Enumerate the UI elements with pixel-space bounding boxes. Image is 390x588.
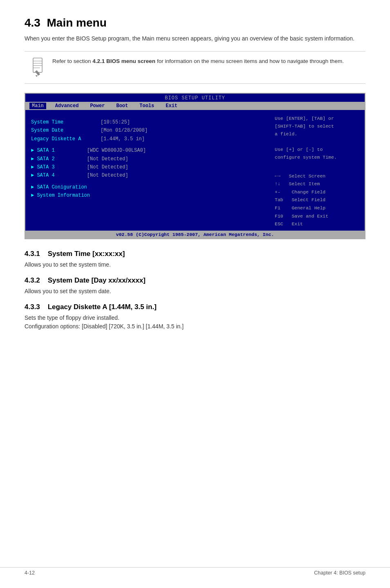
bios-menu-tools[interactable]: Tools: [137, 103, 157, 109]
bios-row-legacy: Legacy Diskette A [1.44M, 3.5 in]: [31, 135, 267, 143]
bios-label-sata3: ► SATA 3: [31, 163, 87, 171]
bios-row-sata2: ► SATA 2 [Not Detected]: [31, 155, 267, 163]
subsection-4-3-1-title: 4.3.1 System Time [xx:xx:xx]: [25, 250, 365, 258]
bios-label-legacy: Legacy Diskette A: [31, 135, 101, 143]
bios-value-sata4: [Not Detected]: [87, 171, 128, 180]
bios-footer: v02.58 (C)Copyright 1985-2007, American …: [25, 231, 365, 238]
bios-row-system-time: System Time [10:55:25]: [31, 118, 267, 126]
bios-value-sata1: [WDC WD800JD-00LSA0]: [87, 146, 146, 155]
subsection-4-3-1-body: Allows you to set the system time.: [25, 260, 365, 269]
bios-menubar: Main Advanced Power Boot Tools Exit: [25, 102, 365, 110]
subsection-4-3-2-body: Allows you to set the system date.: [25, 287, 365, 296]
bios-title: BIOS SETUP UTILITY: [25, 94, 365, 102]
bios-link-sata-config[interactable]: ► SATA Coniguration: [31, 183, 87, 191]
bios-label-system-date: System Date: [31, 126, 101, 135]
bios-menu-advanced[interactable]: Advanced: [53, 103, 81, 109]
bios-menu-main[interactable]: Main: [29, 103, 46, 109]
bios-menu-exit[interactable]: Exit: [163, 103, 180, 109]
bios-row-sata4: ► SATA 4 [Not Detected]: [31, 171, 267, 180]
bios-link-sys-info[interactable]: ► System Information: [31, 191, 90, 200]
bios-value-system-date: [Mon 01/28/2008]: [101, 126, 148, 135]
subsection-4-3-3: 4.3.3 Legacy Diskette A [1.44M, 3.5 in.]…: [25, 303, 365, 331]
bios-body: System Time [10:55:25] System Date [Mon …: [25, 110, 365, 231]
subsection-4-3-3-title: 4.3.3 Legacy Diskette A [1.44M, 3.5 in.]: [25, 303, 365, 311]
bios-help-text: Use [ENTER], [TAB] or [SHIFT-TAB] to sel…: [275, 115, 361, 162]
bios-label-system-time: System Time: [31, 118, 101, 126]
chapter-label: Chapter 4: BIOS setup: [314, 570, 365, 576]
page-title: 4.3 Main menu: [25, 16, 365, 29]
subsection-4-3-2: 4.3.2 System Date [Day xx/xx/xxxx] Allow…: [25, 276, 365, 296]
note-text: Refer to section 4.2.1 BIOS menu screen …: [52, 57, 344, 66]
bios-label-sata2: ► SATA 2: [31, 155, 87, 163]
bios-value-system-time: [10:55:25]: [101, 118, 130, 126]
bios-menu-power[interactable]: Power: [87, 103, 107, 109]
bios-right-panel: Use [ENTER], [TAB] or [SHIFT-TAB] to sel…: [271, 112, 365, 231]
bios-value-sata3: [Not Detected]: [87, 163, 128, 171]
subsection-4-3-3-body-line2: Configuration options: [Disabled] [720K,…: [25, 322, 365, 331]
bios-label-sata4: ► SATA 4: [31, 171, 87, 180]
subsection-4-3-3-body-line1: Sets the type of floppy drive installed.: [25, 314, 365, 322]
bios-row-sys-info: ► System Information: [31, 191, 267, 200]
bios-row-sata3: ► SATA 3 [Not Detected]: [31, 163, 267, 171]
bios-screen: BIOS SETUP UTILITY Main Advanced Power B…: [25, 93, 365, 239]
page-footer: 4-12 Chapter 4: BIOS setup: [0, 567, 390, 576]
subsection-4-3-1: 4.3.1 System Time [xx:xx:xx] Allows you …: [25, 250, 365, 269]
bios-row-system-date: System Date [Mon 01/28/2008]: [31, 126, 267, 135]
bios-menu-boot[interactable]: Boot: [114, 103, 130, 109]
note-icon: [29, 57, 47, 78]
subsection-4-3-2-title: 4.3.2 System Date [Day xx/xx/xxxx]: [25, 276, 365, 285]
note-box: Refer to section 4.2.1 BIOS menu screen …: [25, 51, 365, 84]
svg-rect-5: [35, 70, 40, 76]
bios-value-sata2: [Not Detected]: [87, 155, 128, 163]
bios-row-sata-config: ► SATA Coniguration: [31, 183, 267, 191]
bios-label-sata1: ► SATA 1: [31, 146, 87, 155]
bios-row-sata1: ► SATA 1 [WDC WD800JD-00LSA0]: [31, 146, 267, 155]
page-number: 4-12: [25, 570, 35, 576]
bios-left-panel: System Time [10:55:25] System Date [Mon …: [25, 112, 271, 231]
svg-marker-6: [35, 75, 38, 77]
bios-value-legacy: [1.44M, 3.5 in]: [101, 135, 145, 143]
svg-rect-0: [33, 58, 42, 72]
intro-paragraph: When you enter the BIOS Setup program, t…: [25, 34, 365, 43]
bios-key-legend: ←→ Select Screen ↑↓ Select Item +- Chang…: [275, 172, 361, 228]
